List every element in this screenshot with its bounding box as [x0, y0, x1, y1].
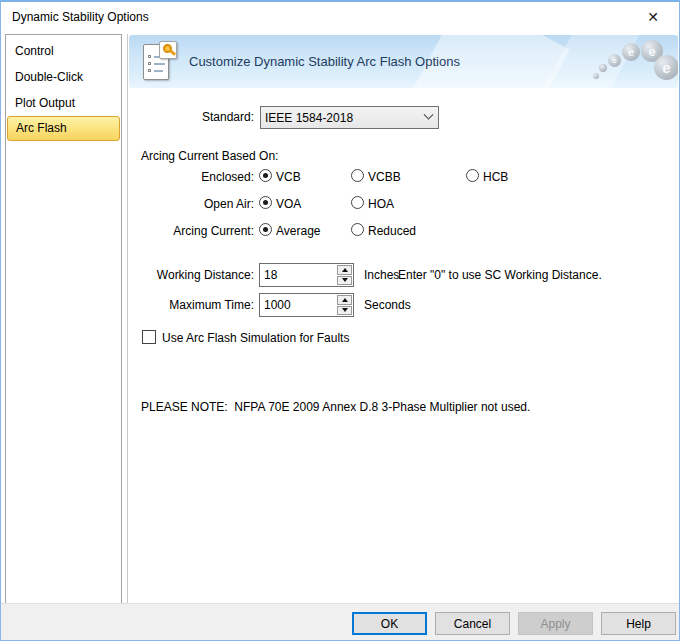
use-arc-flash-simulation-checkbox[interactable]: [142, 330, 156, 344]
apply-button[interactable]: Apply: [518, 612, 593, 635]
close-button[interactable]: ✕: [631, 2, 675, 32]
radio-voa-label[interactable]: VOA: [276, 197, 301, 211]
window-title: Dynamic Stability Options: [12, 10, 149, 24]
triangle-down-icon: [342, 308, 348, 312]
open-air-label: Open Air:: [101, 197, 254, 211]
spin-down-button[interactable]: [337, 276, 352, 286]
customize-options-icon: [143, 41, 179, 83]
sidebar-item-control[interactable]: Control: [6, 38, 121, 64]
chevron-down-icon: [423, 110, 433, 120]
dynamic-stability-options-dialog: Dynamic Stability Options ✕ Control Doub…: [0, 0, 680, 641]
arcing-current-label: Arcing Current:: [101, 224, 254, 238]
radio-voa[interactable]: [259, 196, 272, 209]
spin-down-button[interactable]: [337, 306, 352, 316]
radio-average-label[interactable]: Average: [276, 224, 320, 238]
etap-logo-circle-icon: e: [608, 54, 621, 67]
header-banner: Customize Dynamic Stability Arc Flash Op…: [129, 35, 678, 88]
radio-average[interactable]: [259, 223, 272, 236]
radio-hoa[interactable]: [351, 196, 364, 209]
close-icon: ✕: [647, 9, 659, 25]
working-distance-spinner: [259, 263, 354, 287]
help-button[interactable]: Help: [601, 612, 676, 635]
standard-dropdown[interactable]: IEEE 1584-2018: [260, 106, 439, 129]
arcing-section-label: Arcing Current Based On:: [141, 149, 278, 163]
standard-label: Standard:: [101, 110, 254, 124]
spin-up-button[interactable]: [337, 295, 352, 305]
cancel-button[interactable]: Cancel: [435, 612, 510, 635]
spin-up-button[interactable]: [337, 265, 352, 275]
maximum-time-input[interactable]: [260, 294, 336, 316]
use-arc-flash-simulation-label[interactable]: Use Arc Flash Simulation for Faults: [162, 331, 349, 345]
key-overlay-icon: [159, 41, 177, 59]
radio-hoa-label[interactable]: HOA: [368, 197, 394, 211]
radio-vcbb-label[interactable]: VCBB: [368, 170, 401, 184]
maximum-time-spinner: [259, 293, 354, 317]
triangle-down-icon: [342, 278, 348, 282]
radio-vcb[interactable]: [259, 169, 272, 182]
radio-vcbb[interactable]: [351, 169, 364, 182]
working-distance-label: Working Distance:: [101, 268, 254, 282]
etap-logo-circle-icon: e: [622, 43, 640, 61]
working-distance-hint: Enter "0" to use SC Working Distance.: [398, 268, 602, 282]
etap-logo-circle-icon: [593, 73, 599, 79]
working-distance-unit: Inches: [364, 268, 399, 282]
radio-hcb-label[interactable]: HCB: [483, 170, 508, 184]
etap-logo-circle-icon: e: [654, 55, 678, 80]
titlebar: Dynamic Stability Options ✕: [1, 2, 679, 33]
standard-dropdown-value: IEEE 1584-2018: [261, 111, 418, 125]
radio-hcb[interactable]: [466, 169, 479, 182]
banner-title: Customize Dynamic Stability Arc Flash Op…: [189, 54, 460, 69]
radio-reduced[interactable]: [351, 223, 364, 236]
maximum-time-label: Maximum Time:: [101, 298, 254, 312]
maximum-time-unit: Seconds: [364, 298, 411, 312]
radio-vcb-label[interactable]: VCB: [276, 170, 301, 184]
enclosed-label: Enclosed:: [101, 170, 254, 184]
please-note-text: PLEASE NOTE: NFPA 70E 2009 Annex D.8 3-P…: [141, 400, 530, 414]
radio-reduced-label[interactable]: Reduced: [368, 224, 416, 238]
footer-bar: OK Cancel Apply Help: [1, 603, 679, 640]
sidebar-item-double-click[interactable]: Double-Click: [6, 64, 121, 90]
triangle-up-icon: [342, 298, 348, 302]
etap-logo-circle-icon: [599, 64, 607, 72]
working-distance-input[interactable]: [260, 264, 336, 286]
triangle-up-icon: [342, 268, 348, 272]
ok-button[interactable]: OK: [352, 612, 427, 635]
